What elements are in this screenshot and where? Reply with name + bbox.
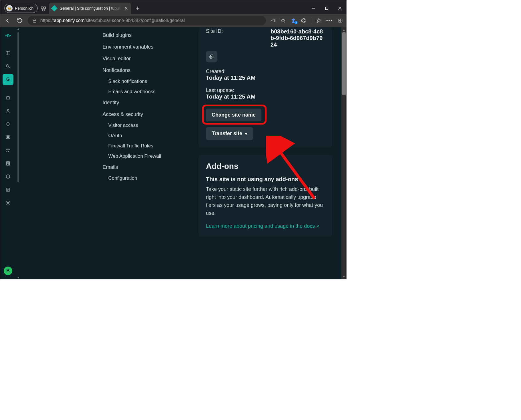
svg-point-17 (9, 110, 9, 110)
addons-subheading: This site is not using any add-ons (206, 176, 325, 183)
addons-desc: Take your static site further with rich … (206, 185, 325, 217)
created-label: Created: (206, 69, 325, 75)
svg-line-15 (9, 67, 10, 68)
read-aloud-icon[interactable] (270, 18, 276, 23)
change-site-name-button[interactable]: Change site name (206, 109, 261, 121)
svg-rect-1 (44, 7, 46, 9)
created-value: Today at 11:25 AM (206, 75, 325, 81)
new-tab-button[interactable]: ＋ (132, 4, 143, 12)
scroll-up-icon[interactable]: ▲ (342, 27, 345, 32)
addons-learn-more-link[interactable]: Learn more about pricing and usage in th… (206, 223, 319, 229)
shopping-icon[interactable]: 3 (290, 18, 296, 23)
rail-billing-icon[interactable] (3, 184, 13, 195)
external-link-icon: ↗ (316, 224, 319, 229)
transfer-site-button[interactable]: Transfer site ▾ (206, 127, 253, 140)
window-close-button[interactable] (333, 3, 346, 14)
svg-point-14 (6, 65, 9, 67)
updated-label: Last update: (206, 87, 325, 93)
nav-emails[interactable]: Emails (103, 161, 188, 173)
nav-build-plugins[interactable]: Build plugins (103, 29, 188, 41)
window-minimize-button[interactable] (307, 3, 320, 14)
rail-builds-icon[interactable] (3, 92, 13, 103)
nav-oauth[interactable]: OAuth (103, 131, 188, 141)
toolbar-separator (311, 17, 311, 24)
page-vertical-scrollbar[interactable]: ▲ ▼ (341, 27, 346, 279)
rail-domains-icon[interactable] (3, 132, 13, 143)
chevron-down-icon: ▾ (245, 131, 247, 136)
extensions-icon[interactable] (301, 18, 306, 23)
rail-sites-icon[interactable] (3, 48, 13, 59)
sidebar-toggle-icon[interactable] (337, 18, 343, 23)
favorites-bar-icon[interactable] (316, 18, 322, 23)
svg-rect-0 (41, 7, 43, 9)
lock-icon (32, 18, 37, 23)
url-text: https://app.netlify.com/sites/tubular-sc… (40, 18, 185, 23)
nav-firewall-rules[interactable]: Firewall Traffic Rules (103, 141, 188, 151)
rail-item-general[interactable]: G (3, 74, 13, 85)
tab-favicon-icon (51, 5, 58, 12)
copy-site-id-button[interactable] (206, 51, 217, 62)
rail-audit-icon[interactable] (3, 158, 13, 169)
svg-rect-2 (43, 9, 45, 11)
nav-slack[interactable]: Slack notifications (103, 76, 188, 87)
favorite-icon[interactable] (280, 18, 286, 23)
svg-rect-12 (6, 51, 10, 55)
nav-env-vars[interactable]: Environment variables (103, 41, 188, 53)
site-info-card: Site ID: b03be160-abc8-4c8b-9fdb-6d067d9… (199, 27, 332, 147)
netlify-logo-icon[interactable]: -n- (3, 30, 13, 41)
app-left-rail: -n- G B (0, 27, 16, 279)
nav-back-button[interactable] (4, 18, 12, 23)
rail-deploy-icon[interactable] (3, 105, 13, 116)
user-avatar[interactable]: B (4, 267, 12, 275)
rail-inner-scrollbar[interactable]: ▲ ▼ (16, 27, 21, 279)
browser-tab-active[interactable]: General | Site configuration | tubular-s… (49, 3, 131, 14)
svg-rect-7 (33, 20, 36, 22)
rail-search-icon[interactable] (3, 61, 13, 72)
nav-emails-webhooks[interactable]: Emails and webhooks (103, 87, 188, 97)
rail-integrations-icon[interactable] (3, 119, 13, 129)
nav-visitor-access[interactable]: Visitor access (103, 120, 188, 131)
scroll-up-icon[interactable]: ▲ (17, 27, 20, 30)
rail-settings-icon[interactable] (3, 197, 13, 208)
nav-notifications[interactable]: Notifications (103, 65, 188, 76)
rail-security-icon[interactable] (3, 171, 13, 182)
nav-configuration[interactable]: Configuration (103, 173, 188, 183)
window-maximize-button[interactable] (320, 3, 333, 14)
nav-identity[interactable]: Identity (103, 97, 188, 109)
tab-title: General | Site configuration | tubular-s… (59, 6, 121, 11)
tab-close-icon[interactable]: ✕ (124, 6, 128, 11)
rail-members-icon[interactable] (3, 145, 13, 156)
profile-label: Persönlich (15, 6, 33, 11)
settings-nav: Build plugins Environment variables Visu… (103, 27, 188, 279)
nav-waf[interactable]: Web Application Firewall (103, 151, 188, 161)
svg-rect-18 (7, 123, 9, 125)
addons-card: Add-ons This site is not using any add-o… (199, 155, 332, 237)
svg-rect-4 (326, 7, 328, 10)
nav-access-security[interactable]: Access & security (103, 109, 188, 120)
scroll-down-icon[interactable]: ▼ (342, 274, 345, 279)
updated-value: Today at 11:25 AM (206, 93, 325, 100)
site-id-label: Site ID: (206, 28, 223, 48)
nav-visual-editor[interactable]: Visual editor (103, 53, 188, 65)
shopping-badge: 3 (295, 21, 297, 24)
more-icon[interactable]: ••• (326, 18, 333, 23)
settings-main: Site ID: b03be160-abc8-4c8b-9fdb-6d067d9… (199, 27, 332, 279)
nav-refresh-button[interactable] (16, 18, 24, 23)
scroll-down-icon[interactable]: ▼ (17, 276, 20, 279)
site-id-value: b03be160-abc8-4c8b-9fdb-6d067d9b7924 (270, 28, 325, 48)
browser-address-bar: https://app.netlify.com/sites/tubular-sc… (0, 14, 346, 27)
profile-avatar-icon: 🐝 (6, 5, 13, 11)
svg-point-21 (8, 149, 10, 150)
svg-point-20 (7, 149, 8, 150)
workspaces-icon[interactable] (38, 6, 49, 12)
url-field[interactable]: https://app.netlify.com/sites/tubular-sc… (28, 16, 266, 25)
browser-profile-button[interactable]: 🐝 Persönlich (4, 4, 38, 13)
svg-point-25 (7, 202, 9, 204)
browser-titlebar: 🐝 Persönlich General | Site configuratio… (0, 0, 346, 14)
addons-heading: Add-ons (206, 162, 325, 171)
svg-rect-16 (6, 97, 10, 99)
svg-point-23 (8, 163, 9, 165)
